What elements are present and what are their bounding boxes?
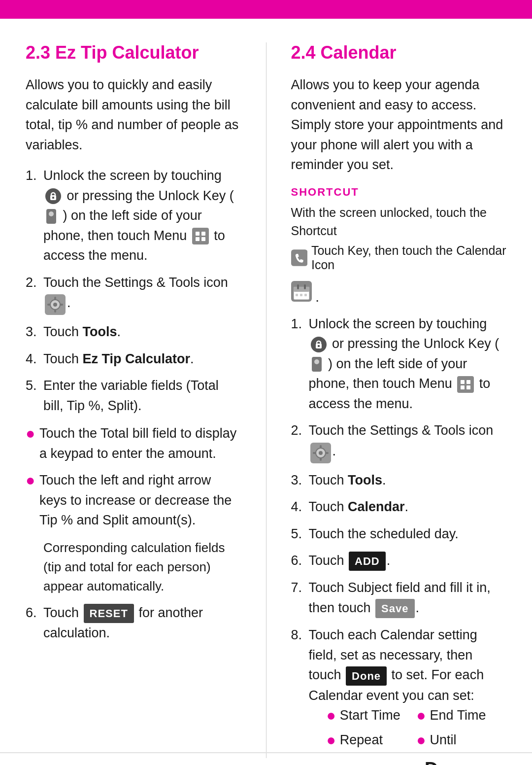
svg-rect-7: [196, 232, 200, 236]
right-step-4: 4. Touch Calendar.: [291, 497, 507, 517]
shortcut-phone-icon: [291, 248, 307, 267]
left-intro: Allows you to quickly and easily calcula…: [26, 75, 241, 155]
svg-rect-44: [325, 452, 329, 454]
svg-rect-37: [466, 385, 470, 389]
svg-rect-24: [296, 294, 298, 296]
left-step-2: 2. Touch the Settings & Tools icon .: [26, 273, 241, 315]
right-column: 2.4 Calendar Allows you to keep your age…: [291, 42, 507, 758]
left-bullet-list: ● Touch the Total bill field to display …: [26, 423, 241, 530]
svg-rect-16: [47, 304, 51, 306]
done-button-label: Done: [346, 666, 387, 686]
add-button-label: ADD: [349, 552, 386, 571]
left-section-title: 2.3 Ez Tip Calculator: [26, 42, 241, 63]
svg-rect-36: [461, 385, 465, 389]
right-step-7: 7. Touch Subject field and fill it in, t…: [291, 578, 507, 618]
svg-rect-15: [54, 309, 56, 313]
svg-rect-10: [201, 237, 205, 241]
right-step-1: 1. Unlock the screen by touching or pres…: [291, 314, 507, 414]
left-sub-note: Corresponding calculation fields (tip an…: [43, 538, 241, 596]
left-step6-list: 6. Touch RESET for another calculation.: [26, 603, 241, 643]
left-column: 2.3 Ez Tip Calculator Allows you to quic…: [26, 42, 241, 758]
key-icon-right: [310, 356, 323, 373]
column-divider: [266, 42, 266, 758]
left-bullet-2: ● Touch the left and right arrow keys to…: [26, 470, 241, 530]
key-icon: [45, 208, 58, 225]
dare-brand-text: Dare: [425, 759, 472, 765]
menu-icon: [192, 228, 209, 244]
right-section-title: 2.4 Calendar: [291, 42, 507, 63]
shortcut-line2: Touch Key, then touch the Calendar Icon: [311, 243, 506, 272]
bullet-until: ● Until: [416, 730, 506, 751]
svg-rect-25: [300, 294, 302, 296]
svg-rect-41: [320, 445, 322, 449]
top-bar: [0, 0, 532, 19]
left-step-3: 3. Touch Tools.: [26, 322, 241, 342]
left-bullet-1: ● Touch the Total bill field to display …: [26, 423, 241, 463]
tools-icon-right: [310, 443, 331, 463]
right-step-5: 5. Touch the scheduled day.: [291, 524, 507, 544]
left-step-6: 6. Touch RESET for another calculation.: [26, 603, 241, 643]
right-intro: Allows you to keep your agenda convenien…: [291, 75, 507, 175]
right-step-8: 8. Touch each Calendar setting field, se…: [291, 625, 507, 750]
reset-button-label: RESET: [84, 604, 134, 623]
svg-rect-21: [294, 287, 309, 292]
left-steps-list: 1. Unlock the screen by touching or pres…: [26, 166, 241, 416]
svg-rect-18: [291, 249, 307, 266]
left-step-4: 4. Touch Ez Tip Calculator.: [26, 349, 241, 369]
svg-point-40: [319, 451, 323, 455]
left-step-1: 1. Unlock the screen by touching or pres…: [26, 166, 241, 266]
tools-icon: [45, 294, 66, 315]
svg-point-5: [49, 211, 54, 216]
save-button-label: Save: [375, 599, 414, 618]
shortcut-line1: With the screen unlocked, touch the Shor…: [291, 204, 507, 241]
bullet-repeat: ● Repeat: [327, 730, 417, 751]
calendar-settings-list: ● Start Time ● End Time ● Repeat ●: [327, 705, 507, 750]
shortcut-calendar-icon-row: .: [291, 281, 507, 305]
right-steps-list: 1. Unlock the screen by touching or pres…: [291, 314, 507, 751]
svg-rect-8: [201, 232, 205, 236]
svg-rect-26: [304, 294, 307, 296]
bullet-end-time: ● End Time: [416, 705, 506, 726]
lock-icon-right: [310, 336, 327, 353]
svg-rect-23: [304, 284, 306, 289]
lock-icon: [45, 188, 62, 205]
svg-rect-35: [466, 380, 470, 384]
right-step-3: 3. Touch Tools.: [291, 470, 507, 490]
svg-rect-42: [320, 457, 322, 461]
svg-rect-6: [192, 228, 209, 244]
svg-rect-30: [318, 345, 320, 347]
right-step-2: 2. Touch the Settings & Tools icon .: [291, 420, 507, 463]
svg-rect-14: [54, 297, 56, 300]
menu-icon-right: [457, 376, 474, 393]
svg-rect-17: [60, 304, 63, 306]
svg-point-13: [53, 303, 57, 307]
svg-point-32: [314, 359, 319, 364]
svg-rect-34: [461, 380, 465, 384]
right-step-6: 6. Touch ADD.: [291, 551, 507, 571]
svg-rect-3: [52, 197, 54, 199]
period-after-icon: .: [315, 289, 319, 305]
svg-rect-9: [196, 237, 200, 241]
left-step-5: 5. Enter the variable fields (Total bill…: [26, 376, 241, 416]
svg-rect-33: [457, 376, 474, 393]
shortcut-label: SHORTCUT: [291, 186, 507, 199]
page-number: 67: [489, 762, 506, 765]
bullet-start-time: ● Start Time: [327, 705, 417, 726]
shortcut-icon-row: Touch Key, then touch the Calendar Icon: [291, 243, 507, 272]
svg-rect-22: [297, 284, 299, 289]
calendar-icon: [291, 281, 312, 302]
svg-rect-43: [313, 452, 316, 454]
footer: Dare 67: [0, 752, 532, 765]
dare-logo: Dare 67: [425, 759, 506, 765]
